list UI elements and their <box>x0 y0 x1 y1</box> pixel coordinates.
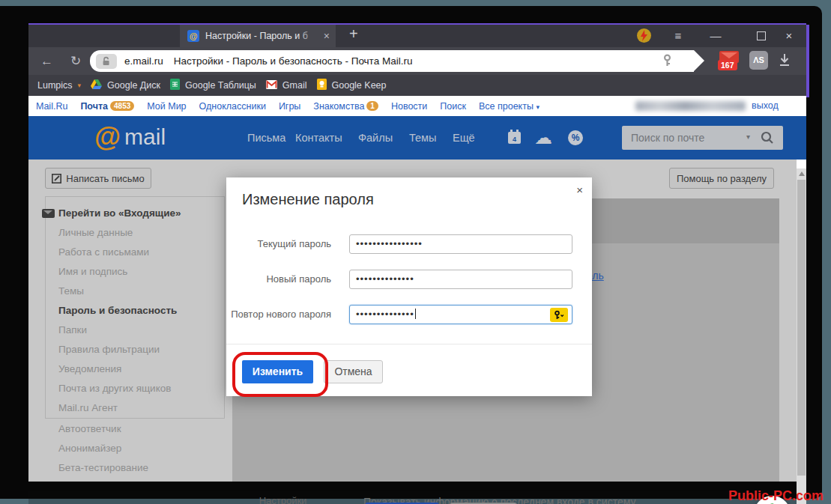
header-nav-kontakty[interactable]: Контакты <box>295 116 342 160</box>
google-keep-icon <box>317 79 327 92</box>
extension-badge-icon[interactable]: ΛS <box>749 51 768 70</box>
minimize-button[interactable]: — <box>704 25 727 47</box>
header-nav-esche[interactable]: Ещё <box>453 116 475 160</box>
nav-znakomstva[interactable]: Знакомства1 <box>313 101 378 112</box>
mail-count-badge: 4853 <box>110 101 134 111</box>
vertical-scrollbar[interactable] <box>797 168 806 504</box>
gmail-icon <box>266 80 277 91</box>
window-accent-border <box>806 25 809 97</box>
red-highlight-annotation <box>232 352 328 397</box>
url-page-title: Настройки - Пароль и безопасность - Почт… <box>174 55 413 67</box>
mail-notifier-icon[interactable]: 167 <box>718 50 743 71</box>
maximize-button[interactable] <box>757 31 766 40</box>
url-domain: e.mail.ru <box>124 55 163 67</box>
new-password-field[interactable]: •••••••••••••• <box>349 270 572 289</box>
header-nav-faily[interactable]: Файлы <box>358 116 393 160</box>
scroll-up-arrow[interactable] <box>799 171 805 176</box>
search-icon[interactable] <box>761 131 774 148</box>
vertical-scroll-thumb[interactable] <box>797 180 806 476</box>
sidebar-item-mail-handling[interactable]: Работа с письмами <box>58 246 149 258</box>
tab-close-icon[interactable]: × <box>324 30 330 42</box>
chevron-down-icon: ▾ <box>536 103 540 111</box>
tab-bar: @ Настройки - Пароль и б × + ≡ — × <box>28 25 806 47</box>
sidebar-item-inbox[interactable]: Перейти во «Входящие» <box>58 207 181 219</box>
sidebar-item-password-security[interactable]: Пароль и безопасность <box>58 305 177 316</box>
nav-mailru[interactable]: Mail.Ru <box>36 101 67 112</box>
sidebar-item-notifications[interactable]: Уведомления <box>58 363 121 374</box>
sidebar-item-filters[interactable]: Правила фильтрации <box>58 344 160 355</box>
protect-lightning-icon[interactable] <box>637 28 651 43</box>
refresh-button[interactable]: ↻ <box>70 47 81 75</box>
downloads-icon[interactable] <box>776 51 794 70</box>
sidebar-item-agent[interactable]: Mail.ru Агент <box>58 402 118 413</box>
dating-count-badge: 1 <box>366 101 378 111</box>
current-password-label: Текущий пароль <box>226 234 331 254</box>
password-manager-key-icon[interactable] <box>550 308 568 322</box>
mailru-logo[interactable]: @ mail <box>94 122 166 152</box>
mail-search-box[interactable]: Поиск по почте ▾ <box>622 126 783 150</box>
new-password-label: Новый пароль <box>226 270 331 289</box>
sidebar-item-personal[interactable]: Личные данные <box>58 227 133 238</box>
cloud-icon[interactable]: ☁ <box>534 129 552 147</box>
nav-odnoklassniki[interactable]: Одноклассники <box>199 101 266 112</box>
mail-header: @ mail Письма Контакты Файлы Темы Ещё 4 … <box>28 116 806 160</box>
dialog-close-icon[interactable]: × <box>576 183 583 196</box>
calendar-icon[interactable]: 4 <box>508 132 521 144</box>
bookmark-google-keep[interactable]: Google Keep <box>317 79 387 92</box>
address-bar[interactable]: e.mail.ru Настройки - Пароль и безопасно… <box>90 50 694 72</box>
connection-lock-icon[interactable] <box>96 54 117 69</box>
back-button[interactable]: ← <box>40 47 53 75</box>
watermark: Public-PC.com <box>728 488 824 504</box>
dialog-footer-divider <box>226 344 592 344</box>
nav-pochta[interactable]: Почта4853 <box>80 101 134 112</box>
nav-igry[interactable]: Игры <box>279 101 300 112</box>
text-cursor <box>415 309 416 319</box>
header-nav-temy[interactable]: Темы <box>409 116 437 160</box>
sidebar-item-themes[interactable]: Темы <box>58 285 84 297</box>
sidebar-item-autoresponder[interactable]: Автоответчик <box>58 423 121 434</box>
bookmarks-bar: Lumpics▾ Google Диск Google Таблицы Gmai… <box>28 75 806 96</box>
nav-vse-proekty[interactable]: Все проекты ▾ <box>479 101 540 112</box>
sidebar-item-anonymizer[interactable]: Анонимайзер <box>58 443 121 454</box>
bookmark-gmail[interactable]: Gmail <box>266 80 307 91</box>
browser-tab[interactable]: @ Настройки - Пароль и б × <box>180 25 336 47</box>
logout-link[interactable]: выход <box>752 100 779 111</box>
sidebar-item-other-mailboxes[interactable]: Почта из других ящиков <box>58 383 171 394</box>
bottom-shade-overlay <box>28 491 797 504</box>
mail-count-badge: 167 <box>718 60 737 70</box>
dialog-title: Изменение пароля <box>242 191 374 208</box>
header-nav-pisma[interactable]: Письма <box>247 116 285 160</box>
search-scope-dropdown-icon[interactable]: ▾ <box>746 133 750 141</box>
close-window-button[interactable]: × <box>778 25 800 47</box>
sidebar-item-folders[interactable]: Папки <box>58 324 87 336</box>
browser-window: @ Настройки - Пароль и б × + ≡ — × ← ↻ e… <box>28 23 806 482</box>
browser-menu-button[interactable]: ≡ <box>667 25 689 47</box>
sidebar-item-name-signature[interactable]: Имя и подпись <box>58 266 127 277</box>
tab-title: Настройки - Пароль и б <box>205 31 318 41</box>
nav-novosti[interactable]: Новости <box>391 101 427 112</box>
change-password-dialog: × Изменение пароля Текущий пароль ••••••… <box>226 177 592 396</box>
repeat-password-field[interactable]: •••••••••••••• <box>349 305 572 324</box>
web-page: Mail.Ru Почта4853 Мой Мир Одноклассники … <box>28 96 806 482</box>
current-password-field[interactable]: •••••••••••••••• <box>349 234 572 254</box>
search-placeholder: Поиск по почте <box>631 132 704 144</box>
nav-poisk[interactable]: Поиск <box>440 101 466 112</box>
bookmark-google-sheets[interactable]: Google Таблицы <box>170 79 256 92</box>
mailru-favicon-icon: @ <box>187 30 199 42</box>
logo-at-icon: @ <box>94 122 121 152</box>
bookmark-folder-lumpics[interactable]: Lumpics▾ <box>37 80 81 91</box>
password-key-icon[interactable] <box>662 54 673 70</box>
google-drive-icon <box>91 79 102 91</box>
google-sheets-icon <box>170 79 180 92</box>
nav-moy-mir[interactable]: Мой Мир <box>147 101 186 112</box>
inbox-envelope-icon <box>42 209 55 218</box>
user-email-blurred <box>635 101 746 111</box>
address-toolbar: ← ↻ e.mail.ru Настройки - Пароль и безоп… <box>28 47 806 75</box>
bookmark-google-drive[interactable]: Google Диск <box>91 79 160 91</box>
help-button[interactable]: Помощь по разделу <box>669 168 774 189</box>
discounts-icon[interactable]: % <box>568 130 583 145</box>
dialog-cancel-button[interactable]: Отмена <box>324 360 383 383</box>
new-tab-button[interactable]: + <box>349 25 358 43</box>
compose-button[interactable]: Написать письмо <box>45 168 151 189</box>
sidebar-item-beta[interactable]: Бета-тестирование <box>58 462 148 473</box>
